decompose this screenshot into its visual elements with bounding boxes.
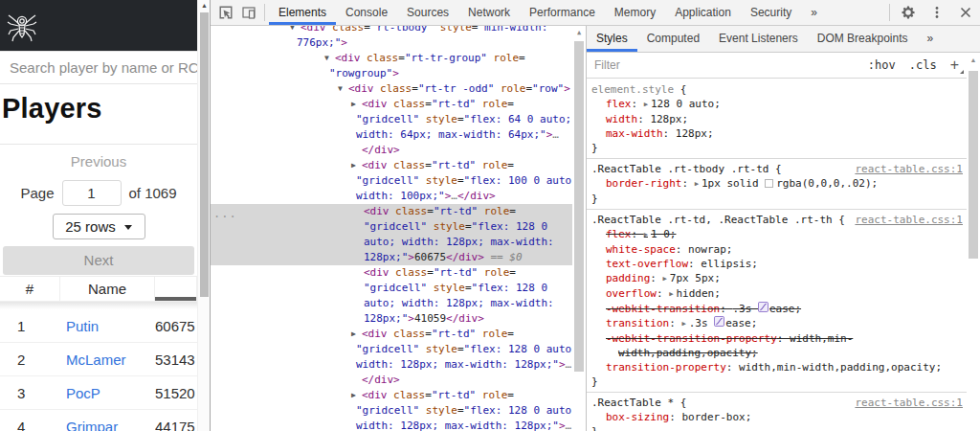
css-declaration[interactable]: flex: ▶1 0;: [591, 227, 963, 242]
css-declaration[interactable]: max-width: 128px;: [591, 126, 963, 141]
expand-arrow-open[interactable]: ▼: [338, 81, 348, 97]
dom-tree-line[interactable]: auto; width: 128px; max-width:: [211, 296, 586, 311]
dom-tree-line[interactable]: width: 64px; max-width: 64px;">…: [211, 127, 586, 143]
expand-value-arrow[interactable]: ▶: [695, 180, 699, 188]
dom-tree-line[interactable]: "gridcell" style="flex: 100 0 auto;: [211, 173, 586, 189]
expand-arrow-closed[interactable]: ▶: [351, 327, 362, 342]
dom-tree-line[interactable]: ▶<div class="rt-td" role=: [211, 388, 586, 403]
stylesheet-link[interactable]: react-table.css:1: [855, 162, 963, 176]
dom-tree-line[interactable]: width: 128px; max-width: 128px;">…: [211, 357, 586, 373]
column-header-name[interactable]: Name: [60, 277, 155, 301]
dom-tree-line[interactable]: "gridcell" style="flex: 128 0: [211, 219, 572, 235]
scrollbar-up-arrow[interactable]: ▲: [572, 29, 586, 36]
dom-tree-line[interactable]: "rowgroup">: [211, 66, 586, 81]
previous-button[interactable]: Previous: [0, 145, 197, 173]
expand-value-arrow[interactable]: ▶: [681, 320, 685, 328]
expand-arrow-closed[interactable]: ▶: [351, 158, 362, 173]
dom-tree-line[interactable]: </div>: [211, 373, 586, 388]
css-declaration[interactable]: transition-property: width,min-width,pad…: [591, 360, 963, 374]
expand-arrow-open[interactable]: ▼: [324, 51, 335, 66]
dom-tree-line[interactable]: 128px;">60675</div> == $0: [211, 250, 572, 265]
dom-tree-line[interactable]: "gridcell" style="flex: 64 0 auto;: [211, 112, 586, 127]
dom-tree-line[interactable]: "gridcell" style="flex: 128 0 auto;: [211, 403, 586, 419]
dom-tree-line[interactable]: ▶<div class="rt-td" role=: [211, 327, 586, 342]
css-declaration[interactable]: text-overflow: ellipsis;: [591, 257, 963, 271]
dom-tree-line[interactable]: ▶<div class="rt-td" role=: [211, 97, 586, 112]
tab-sources[interactable]: Sources: [397, 0, 458, 25]
css-declaration[interactable]: width: 128px;: [591, 112, 963, 126]
tab-application[interactable]: Application: [665, 0, 741, 25]
expand-value-arrow[interactable]: ▶: [644, 101, 648, 108]
css-declaration[interactable]: overflow: ▶hidden;: [591, 286, 963, 302]
css-selector[interactable]: element.style: [591, 83, 674, 96]
rows-per-page-select[interactable]: 25 rows: [53, 214, 145, 239]
tab-computed[interactable]: Computed: [637, 26, 709, 52]
tab-styles[interactable]: Styles: [587, 26, 637, 52]
new-style-rule-button[interactable]: +: [950, 57, 959, 73]
device-toolbar-icon[interactable]: [241, 5, 256, 20]
dom-tree-line[interactable]: ▼<div class="rt-tbody" style="min-width:: [211, 26, 586, 35]
inspect-element-icon[interactable]: [218, 5, 234, 20]
expand-value-arrow[interactable]: ▶: [669, 290, 673, 298]
dom-tree-line[interactable]: width: 100px;">…</div>: [211, 189, 586, 204]
dom-tree-line[interactable]: <div class="rt-td" role=: [211, 265, 586, 281]
css-declaration[interactable]: white-space: nowrap;: [591, 242, 963, 257]
tab-memory[interactable]: Memory: [605, 0, 665, 25]
tab-dom-breakpoints[interactable]: DOM Breakpoints: [808, 26, 918, 52]
player-link[interactable]: Grimpar: [66, 419, 118, 431]
column-header-rank[interactable]: #: [0, 277, 60, 301]
search-input[interactable]: [0, 59, 197, 76]
expand-arrow-closed[interactable]: ▶: [351, 97, 362, 112]
more-tabs-chevron[interactable]: »: [917, 26, 943, 52]
elements-scrollbar[interactable]: ▲: [572, 26, 586, 431]
more-tabs-chevron[interactable]: »: [801, 0, 827, 25]
hover-state-toggle[interactable]: :hov: [868, 58, 896, 72]
spider-logo-icon[interactable]: [7, 11, 37, 52]
close-devtools-icon[interactable]: [958, 5, 973, 20]
expand-value-arrow[interactable]: ▶: [663, 275, 667, 283]
class-toggle[interactable]: .cls: [909, 58, 937, 72]
tab-elements[interactable]: Elements: [269, 0, 336, 25]
scrollbar-thumb[interactable]: [969, 71, 978, 259]
scrollbar-thumb[interactable]: [200, 12, 209, 297]
next-button[interactable]: Next: [3, 246, 194, 275]
css-declaration[interactable]: border-right: ▶1px solid rgba(0,0,0,.02)…: [591, 176, 963, 192]
css-declaration[interactable]: -webkit-transition-property: width,min-: [591, 331, 963, 346]
css-declaration[interactable]: -webkit-transition: .3s ease;: [591, 302, 963, 316]
tab-console[interactable]: Console: [336, 0, 397, 25]
css-selector[interactable]: .ReactTable .rt-tbody .rt-td: [591, 163, 768, 175]
dom-tree-line[interactable]: 776px;">: [211, 35, 586, 51]
kebab-menu-icon[interactable]: [929, 5, 945, 20]
player-link[interactable]: PocP: [66, 385, 100, 401]
stylesheet-link[interactable]: react-table.css:1: [855, 396, 963, 410]
expand-arrow-closed[interactable]: ▶: [351, 388, 362, 403]
css-declaration[interactable]: transition: ▶.3s ease;: [591, 316, 963, 331]
dom-tree-line[interactable]: ▼<div class="rt-tr-group" role=: [211, 51, 586, 66]
gutter-menu-icon[interactable]: ···: [213, 210, 237, 225]
expand-value-arrow[interactable]: ▶: [644, 231, 648, 238]
css-selector[interactable]: .ReactTable *: [591, 397, 674, 409]
column-header-sorted[interactable]: [155, 277, 197, 301]
expand-arrow-open[interactable]: ▼: [290, 26, 301, 35]
scrollbar-up-arrow[interactable]: ▲: [967, 57, 980, 63]
dom-tree-line[interactable]: 128px;">41059</div>: [211, 311, 586, 327]
css-declaration[interactable]: box-sizing: border-box;: [591, 410, 963, 424]
bezier-curve-icon[interactable]: [758, 302, 768, 312]
css-declaration[interactable]: flex: ▶128 0 auto;: [591, 97, 963, 112]
page-number-input[interactable]: [62, 180, 122, 206]
player-link[interactable]: McLamer: [66, 352, 126, 368]
scrollbar-thumb[interactable]: [574, 41, 584, 372]
dom-tree-line[interactable]: "gridcell" style="flex: 128 0 auto;: [211, 342, 586, 357]
player-link[interactable]: Putin: [66, 318, 99, 334]
filter-input[interactable]: Filter: [594, 58, 620, 72]
bezier-curve-icon[interactable]: [714, 316, 724, 327]
tab-network[interactable]: Network: [458, 0, 520, 25]
dom-tree-line[interactable]: ▼<div class="rt-tr -odd" role="row">: [211, 81, 586, 97]
tab-performance[interactable]: Performance: [520, 0, 605, 25]
dom-tree-line[interactable]: ▶<div class="rt-td" role=: [211, 158, 586, 173]
dom-tree-line[interactable]: "gridcell" style="flex: 128 0: [211, 281, 586, 296]
css-declaration[interactable]: padding: ▶7px 5px;: [591, 271, 963, 286]
color-swatch[interactable]: [765, 179, 773, 188]
styles-scrollbar[interactable]: ▲: [967, 53, 980, 431]
page-scrollbar[interactable]: ▲: [197, 0, 210, 431]
